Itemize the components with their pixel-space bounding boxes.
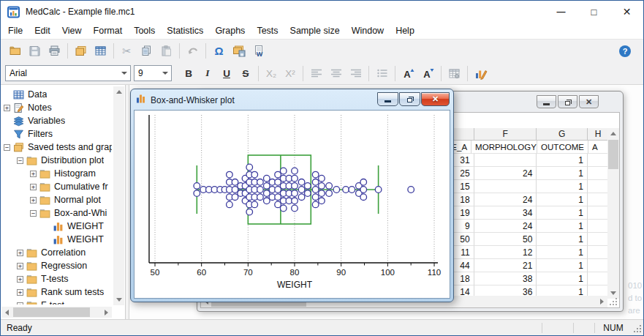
close-button[interactable]: ✕ — [421, 92, 450, 106]
sidebar-item-weight[interactable]: WEIGHT — [1, 233, 112, 246]
cell[interactable]: 24 — [474, 167, 537, 180]
sidebar-item-regression[interactable]: +Regression — [1, 259, 112, 272]
sidebar-item-notes[interactable]: +Notes — [1, 101, 112, 114]
menu-tools[interactable]: Tools — [128, 23, 161, 38]
cell[interactable] — [588, 180, 609, 193]
save-icon[interactable] — [25, 42, 45, 60]
menu-format[interactable]: Format — [88, 23, 129, 38]
cell[interactable]: 1 — [537, 272, 588, 285]
export-word-icon[interactable]: W — [249, 42, 268, 60]
align-left-icon[interactable] — [306, 64, 326, 83]
print-icon[interactable] — [45, 42, 64, 60]
resize-grip[interactable] — [632, 320, 643, 335]
save-all-icon[interactable] — [229, 42, 249, 60]
sidebar-item-weight[interactable]: WEIGHT — [1, 220, 112, 233]
sidebar-item-variables[interactable]: Variables — [1, 114, 112, 127]
expand-icon[interactable]: + — [17, 263, 23, 269]
menu-window[interactable]: Window — [346, 23, 390, 38]
edit-graph-icon[interactable] — [471, 64, 490, 83]
sidebar-item-correlation[interactable]: +Correlation — [1, 246, 112, 259]
minimize-button[interactable] — [537, 95, 556, 108]
cell[interactable]: 50 — [474, 233, 537, 246]
list-icon[interactable] — [372, 64, 392, 83]
sidebar-item-filters[interactable]: Filters — [1, 127, 112, 141]
expand-icon[interactable]: + — [30, 184, 37, 190]
menu-help[interactable]: Help — [390, 23, 420, 38]
sidebar-item-data[interactable]: Data — [1, 88, 112, 101]
minimize-button[interactable]: — — [545, 1, 577, 23]
cell[interactable]: 1 — [537, 154, 588, 167]
font-increase-icon[interactable]: A — [398, 64, 418, 83]
menu-tests[interactable]: Tests — [251, 23, 284, 38]
collapse-icon[interactable]: − — [30, 210, 37, 217]
scrollbar-thumb[interactable] — [13, 307, 90, 317]
menu-graphs[interactable]: Graphs — [209, 23, 251, 38]
sidebar-item-histogram[interactable]: +Histogram — [1, 167, 112, 180]
font-decrease-icon[interactable]: A — [418, 64, 438, 83]
restore-button[interactable] — [399, 92, 420, 106]
tree-horizontal-scrollbar[interactable] — [1, 307, 112, 318]
scroll-up-icon[interactable] — [113, 86, 124, 97]
align-center-icon[interactable] — [326, 64, 346, 83]
font-family-select[interactable]: Arial — [5, 65, 131, 81]
cell[interactable] — [588, 154, 609, 167]
cell[interactable]: 21 — [474, 259, 537, 272]
scroll-right-icon[interactable] — [596, 296, 607, 307]
help-icon[interactable]: ? — [615, 42, 634, 60]
expand-icon[interactable]: + — [30, 171, 37, 177]
cell[interactable] — [588, 220, 609, 233]
cell[interactable]: 1 — [537, 233, 588, 246]
scroll-up-icon[interactable] — [607, 128, 618, 139]
sidebar-item-rank-sum-tests[interactable]: +Rank sum tests — [1, 285, 112, 299]
cell[interactable]: 1 — [537, 246, 588, 259]
sidebar-item-saved-tests-and-grap[interactable]: −Saved tests and grap — [1, 141, 112, 154]
menu-edit[interactable]: Edit — [29, 23, 56, 38]
cell[interactable]: 34 — [474, 206, 537, 220]
menu-statistics[interactable]: Statistics — [161, 23, 209, 38]
menu-view[interactable]: View — [56, 23, 88, 38]
cell[interactable]: 1 — [537, 206, 588, 220]
scroll-right-icon[interactable] — [101, 307, 112, 318]
expand-icon[interactable]: + — [17, 276, 23, 283]
cell[interactable]: 1 — [537, 180, 588, 193]
scroll-left-icon[interactable] — [1, 307, 12, 318]
cell[interactable]: 1 — [537, 193, 588, 206]
expand-icon[interactable]: + — [17, 302, 23, 305]
omega-symbol-icon[interactable]: Ω — [209, 42, 229, 60]
cell[interactable] — [588, 259, 609, 272]
cell[interactable]: A — [588, 141, 609, 154]
data-table-icon[interactable] — [91, 42, 110, 60]
expand-icon[interactable]: + — [17, 250, 23, 256]
menu-sample-size[interactable]: Sample size — [284, 23, 346, 38]
align-right-icon[interactable] — [346, 64, 365, 83]
cell[interactable]: 24 — [474, 220, 537, 233]
close-button[interactable]: ✕ — [579, 95, 599, 108]
sidebar-item-t-tests[interactable]: +T-tests — [1, 272, 112, 285]
tree-vertical-scrollbar[interactable] — [113, 86, 124, 305]
strike-button[interactable]: S — [236, 64, 255, 82]
cell[interactable] — [588, 193, 609, 206]
expand-icon[interactable]: + — [30, 197, 37, 204]
cell[interactable]: 1 — [537, 167, 588, 180]
cell[interactable]: MORPHOLOGY — [471, 141, 537, 154]
restore-button[interactable] — [558, 95, 577, 108]
cell[interactable] — [474, 180, 537, 193]
sub-button[interactable]: X₂ — [262, 64, 281, 82]
resize-grip[interactable] — [609, 297, 618, 306]
sup-button[interactable]: X² — [281, 64, 300, 82]
bold-button[interactable]: B — [179, 64, 198, 82]
cell[interactable] — [588, 167, 609, 180]
collapse-icon[interactable]: − — [17, 157, 23, 164]
minimize-button[interactable] — [377, 92, 398, 106]
close-button[interactable]: ✕ — [610, 1, 643, 23]
cell[interactable] — [588, 272, 609, 285]
copy-pages-icon[interactable] — [71, 42, 91, 60]
underline-button[interactable]: U — [217, 64, 236, 82]
cell[interactable] — [588, 246, 609, 259]
paste-icon[interactable] — [156, 42, 176, 60]
table-properties-icon[interactable] — [444, 64, 464, 83]
sidebar-item-distribution-plot[interactable]: −Distribution plot — [1, 154, 112, 167]
plot-titlebar[interactable]: Box-and-Whisker plot ✕ — [133, 92, 451, 109]
column-header[interactable]: G — [537, 128, 588, 141]
cell[interactable] — [474, 154, 537, 167]
